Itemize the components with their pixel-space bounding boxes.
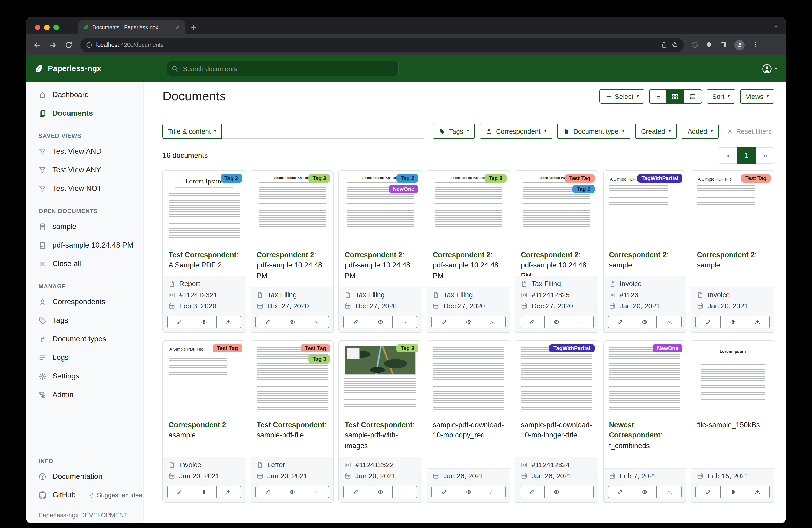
edit-button[interactable]	[431, 316, 456, 328]
sidebar-item-sample[interactable]: sample	[27, 217, 143, 236]
view-button[interactable]	[456, 486, 481, 498]
download-button[interactable]	[305, 486, 329, 498]
tag-badge-tag-3[interactable]: Tag 3	[484, 174, 506, 183]
edit-button[interactable]	[608, 486, 633, 498]
filter-created-button[interactable]: Created▾	[635, 124, 677, 139]
sidebar-item-test-view-any[interactable]: Test View ANY	[27, 161, 143, 179]
correspondent-link[interactable]: Test Correspondent	[169, 251, 236, 259]
tab-search-chevron-icon[interactable]	[772, 23, 779, 30]
tag-badge-test-tag[interactable]: Test Tag	[301, 344, 330, 353]
document-card[interactable]: Tag 3 Test Correspondent: sample-pdf-wit…	[339, 340, 422, 503]
correspondent-link[interactable]: Test Correspondent	[345, 421, 412, 429]
correspondent-link[interactable]: Correspondent 2	[345, 251, 402, 259]
correspondent-link[interactable]: Newest Correspondent	[609, 421, 661, 439]
next-page-button[interactable]: »	[756, 147, 774, 164]
app-brand[interactable]: Paperless-ngx	[27, 64, 144, 73]
view-button[interactable]	[633, 486, 657, 498]
new-tab-button[interactable]	[190, 24, 197, 31]
site-info-icon[interactable]	[86, 42, 92, 48]
filter-document-type-button[interactable]: Document type▾	[557, 124, 630, 139]
select-button[interactable]: Select ▾	[599, 89, 644, 103]
correspondent-link[interactable]: Correspondent 2	[257, 251, 314, 259]
view-button[interactable]	[368, 316, 393, 328]
sidebar-item-logs[interactable]: Logs	[27, 348, 143, 367]
sidebar-item-documents[interactable]: Documents	[27, 104, 143, 123]
correspondent-link[interactable]: Correspondent 2	[697, 251, 755, 259]
document-card[interactable]: Test TagTag 3 Test Correspondent: sample…	[250, 340, 334, 503]
sidebar-item-github[interactable]: GitHubSuggest an idea	[27, 486, 143, 504]
tag-badge-tag-3[interactable]: Tag 3	[308, 174, 330, 183]
share-icon[interactable]	[661, 41, 668, 48]
detail-view-button[interactable]	[684, 89, 702, 103]
view-button[interactable]	[192, 486, 217, 498]
sidebar-item-dashboard[interactable]: Dashboard	[27, 85, 143, 104]
maximize-window-button[interactable]	[53, 25, 59, 30]
global-search[interactable]	[167, 61, 399, 76]
document-card[interactable]: A Simple PDF File Test Tag Correspondent…	[162, 340, 246, 503]
view-button[interactable]	[721, 316, 745, 328]
correspondent-link[interactable]: Correspondent 2	[433, 251, 490, 259]
download-button[interactable]	[569, 316, 594, 328]
browser-menu-kebab-icon[interactable]	[752, 41, 759, 48]
reload-button[interactable]	[64, 41, 73, 49]
edit-button[interactable]	[343, 316, 368, 328]
sort-button[interactable]: Sort ▾	[707, 89, 735, 103]
view-button[interactable]	[545, 316, 569, 328]
minimize-window-button[interactable]	[44, 25, 50, 30]
filter-text-input[interactable]	[222, 124, 425, 139]
document-card[interactable]: NewOne Newest Correspondent: f_combineds…	[603, 340, 686, 503]
edit-button[interactable]	[431, 486, 456, 498]
close-window-button[interactable]	[35, 25, 40, 30]
correspondent-link[interactable]: Correspondent 2	[609, 251, 666, 259]
list-view-button[interactable]	[649, 89, 667, 103]
document-card[interactable]: Adobe Acrobat PDF Files Tag 2NewOne Corr…	[339, 170, 422, 333]
edit-button[interactable]	[520, 316, 545, 328]
download-button[interactable]	[745, 316, 770, 328]
view-button[interactable]	[721, 486, 745, 498]
view-button[interactable]	[456, 316, 481, 328]
sidebar-item-tags[interactable]: Tags	[27, 311, 143, 330]
browser-tab[interactable]: Documents - Paperless-ngx	[78, 20, 185, 34]
forward-button[interactable]	[49, 41, 57, 49]
reset-filters-button[interactable]: Reset filters	[724, 127, 774, 135]
document-card[interactable]: Lorem ipsum file-sample_150kBs Feb 15, 2…	[691, 340, 774, 503]
download-button[interactable]	[481, 316, 506, 328]
download-button[interactable]	[481, 486, 506, 498]
sidebar-item-close-all[interactable]: Close all	[27, 255, 143, 273]
tag-badge-newone[interactable]: NewOne	[389, 185, 418, 193]
edit-button[interactable]	[608, 316, 633, 328]
document-card[interactable]: sample-pdf-download-10-mb copy_red Jan 2…	[427, 340, 510, 503]
download-button[interactable]	[217, 316, 242, 328]
browser-profile-avatar[interactable]	[735, 40, 745, 50]
back-button[interactable]	[33, 41, 41, 49]
tag-badge-tag-3[interactable]: Tag 3	[396, 344, 418, 353]
edit-button[interactable]	[696, 316, 721, 328]
user-menu[interactable]: ▾	[762, 63, 785, 74]
tag-badge-test-tag[interactable]: Test Tag	[565, 174, 594, 183]
view-button[interactable]	[633, 316, 657, 328]
edit-button[interactable]	[255, 486, 280, 498]
view-button[interactable]	[192, 316, 217, 328]
document-card[interactable]: Adobe Acrobat PDF Files Tag 3 Correspond…	[250, 170, 334, 333]
tag-badge-tag-2[interactable]: Tag 2	[220, 174, 242, 183]
download-button[interactable]	[393, 316, 417, 328]
edit-button[interactable]	[255, 316, 280, 328]
tag-badge-tagwithpartial[interactable]: TagWithPartial	[637, 174, 682, 183]
sidebar-item-test-view-not[interactable]: Test View NOT	[27, 179, 143, 198]
previous-page-button[interactable]: «	[719, 147, 737, 164]
sidebar-item-test-view-and[interactable]: Test View AND	[27, 142, 143, 161]
edit-button[interactable]	[167, 486, 192, 498]
document-card[interactable]: TagWithPartial sample-pdf-download-10-mb…	[515, 340, 598, 503]
document-card[interactable]: Lorem Ipsum Tag 2 Test Correspondent: A …	[162, 170, 246, 333]
side-panel-icon[interactable]	[720, 41, 727, 48]
download-button[interactable]	[569, 486, 594, 498]
document-card[interactable]: Adobe Acrobat PDF Files Test TagTag 2 Co…	[515, 170, 598, 333]
correspondent-link[interactable]: Correspondent 2	[169, 421, 226, 429]
download-button[interactable]	[305, 316, 329, 328]
tag-badge-newone[interactable]: NewOne	[653, 344, 683, 353]
document-card[interactable]: A Simple PDF File Test Tag Correspondent…	[691, 170, 774, 333]
sidebar-item-admin[interactable]: Admin	[27, 385, 143, 404]
sidebar-item-correspondents[interactable]: Correspondents	[27, 292, 143, 311]
close-tab-icon[interactable]	[175, 25, 180, 30]
bookmark-star-icon[interactable]	[671, 41, 678, 48]
